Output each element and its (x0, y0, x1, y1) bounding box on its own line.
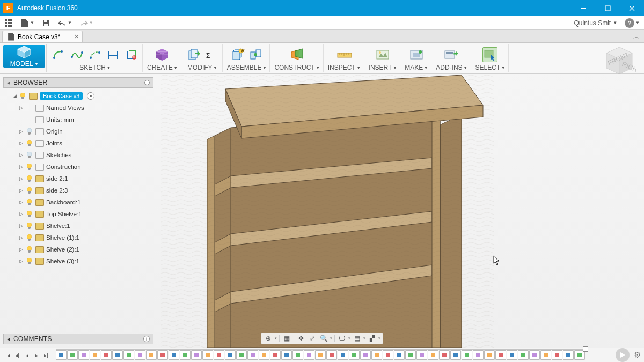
data-panel-button[interactable] (4, 19, 13, 27)
timeline-marker[interactable] (583, 346, 588, 352)
visibility-bulb-icon[interactable] (26, 222, 33, 230)
timeline-feature[interactable] (191, 350, 202, 360)
timeline-feature[interactable] (338, 350, 348, 360)
add-comment-icon[interactable]: + (143, 336, 150, 342)
timeline-feature[interactable] (552, 350, 562, 360)
expand-icon[interactable]: ▷ (18, 141, 24, 146)
timeline-play-button[interactable]: ▸ (32, 351, 41, 359)
addins-scripts-icon[interactable] (444, 47, 459, 62)
minimize-button[interactable] (572, 0, 596, 16)
timeline-feature[interactable] (123, 350, 134, 360)
timeline-feature[interactable] (281, 350, 292, 360)
comments-collapse-icon[interactable]: ◂ (7, 335, 10, 343)
visibility-bulb-icon[interactable] (26, 257, 33, 265)
timeline-play-back-button[interactable]: ◂ (23, 351, 31, 359)
visibility-bulb-icon[interactable] (26, 163, 33, 171)
timeline-feature[interactable] (540, 350, 551, 360)
fit-icon[interactable]: 🔍 (319, 334, 328, 343)
save-button[interactable] (42, 19, 50, 27)
timeline-feature[interactable] (202, 350, 213, 360)
timeline-feature[interactable] (529, 350, 540, 360)
tabs-expand-icon[interactable]: ︿ (633, 32, 640, 41)
grid-settings-icon[interactable]: ▤ (352, 334, 362, 343)
expand-icon[interactable]: ▷ (18, 258, 24, 264)
timeline-feature[interactable] (78, 350, 89, 360)
press-pull-icon[interactable] (186, 47, 201, 62)
expand-icon[interactable]: ◢ (12, 93, 17, 99)
timeline-feature[interactable] (394, 350, 405, 360)
comments-panel-header[interactable]: ◂ COMMENTS + (3, 334, 153, 344)
redo-button[interactable]: ▼ (79, 19, 93, 27)
visibility-bulb-icon[interactable] (26, 151, 33, 159)
tree-item[interactable]: ▷Origin (3, 125, 153, 137)
timeline-feature[interactable] (416, 350, 427, 360)
ribbon-select-label[interactable]: SELECT▼ (475, 64, 506, 71)
timeline-feature[interactable] (225, 350, 236, 360)
expand-icon[interactable]: ▷ (18, 223, 24, 228)
expand-icon[interactable]: ▷ (18, 211, 24, 217)
timeline-feature[interactable] (90, 350, 100, 360)
visibility-bulb-icon[interactable] (26, 198, 33, 206)
new-component-icon[interactable]: ★ (230, 47, 245, 62)
tree-item[interactable]: ▷Joints (3, 137, 153, 149)
timeline-feature[interactable] (304, 350, 314, 360)
canvas-viewport[interactable]: ◂ BROWSER ◢ Book Case v3 ▷Named ViewsUni… (0, 74, 644, 348)
tree-item[interactable]: Units: mm (3, 114, 153, 125)
tree-item[interactable]: ▷Shelve:1 (3, 220, 153, 232)
tree-item[interactable]: ▷Shelve (1):1 (3, 232, 153, 243)
ribbon-modify-label[interactable]: MODIFY▼ (187, 64, 217, 71)
zoom-icon[interactable]: ⤢ (308, 334, 317, 343)
visibility-bulb-icon[interactable] (26, 210, 33, 218)
help-button[interactable]: ?▼ (625, 18, 640, 28)
timeline-feature[interactable] (383, 350, 393, 360)
create-box-icon[interactable] (155, 47, 170, 62)
view-cube[interactable]: FRONT RIGHT (602, 44, 636, 78)
joint-icon[interactable] (248, 47, 264, 62)
line-tool-icon[interactable] (51, 47, 66, 62)
timeline-feature[interactable] (371, 350, 382, 360)
timeline-feature[interactable] (428, 350, 438, 360)
ribbon-insert-label[interactable]: INSERT▼ (369, 64, 397, 71)
tree-item[interactable]: ▷Named Views (3, 102, 153, 114)
visibility-bulb-icon[interactable] (26, 234, 33, 241)
ribbon-assemble-label[interactable]: ASSEMBLE▼ (227, 64, 267, 71)
tree-item[interactable]: ▷Top Shelve:1 (3, 208, 153, 220)
display-settings-icon[interactable]: 🖵 (337, 334, 347, 343)
timeline-feature[interactable] (326, 350, 337, 360)
visibility-bulb-icon[interactable] (19, 92, 27, 100)
activate-icon[interactable] (87, 92, 94, 100)
timeline-feature[interactable] (439, 350, 450, 360)
look-at-icon[interactable]: ▦ (282, 334, 291, 343)
tree-item[interactable]: ▷Sketches (3, 149, 153, 161)
ribbon-create-label[interactable]: CREATE▼ (147, 64, 178, 71)
tree-item[interactable]: ▷Construction (3, 161, 153, 173)
timeline-feature[interactable] (112, 350, 123, 360)
timeline-feature[interactable] (405, 350, 416, 360)
timeline-feature[interactable] (67, 350, 78, 360)
tree-item[interactable]: ▷Shelve (2):1 (3, 243, 153, 255)
construct-plane-icon[interactable] (290, 47, 305, 62)
visibility-bulb-icon[interactable] (26, 139, 33, 147)
tree-item[interactable]: ▷Backboard:1 (3, 196, 153, 208)
timeline-feature[interactable] (56, 350, 67, 360)
trim-tool-icon[interactable] (124, 47, 139, 62)
timeline-feature[interactable] (101, 350, 112, 360)
ribbon-addins-label[interactable]: ADD-INS▼ (436, 64, 467, 71)
pan-icon[interactable]: ✥ (296, 334, 306, 343)
viewport-layout-icon[interactable]: ▞ (367, 334, 377, 343)
timeline-step-back-button[interactable]: ◂| (13, 351, 21, 359)
browser-settings-icon[interactable] (144, 80, 150, 85)
timeline-feature[interactable] (247, 350, 258, 360)
timeline-end-button[interactable]: ▸| (42, 351, 50, 359)
make-3dprint-icon[interactable] (409, 47, 424, 62)
timeline-feature[interactable] (259, 350, 269, 360)
timeline-feature[interactable] (518, 350, 529, 360)
expand-icon[interactable]: ▷ (18, 235, 24, 240)
select-tool-icon[interactable] (482, 47, 497, 62)
timeline-feature[interactable] (507, 350, 517, 360)
ribbon-inspect-label[interactable]: INSPECT▼ (328, 64, 361, 71)
expand-icon[interactable]: ▷ (18, 105, 24, 110)
timeline-feature[interactable] (135, 350, 145, 360)
arc-tool-icon[interactable] (87, 47, 103, 62)
timeline-play-badge-icon[interactable] (616, 348, 630, 362)
